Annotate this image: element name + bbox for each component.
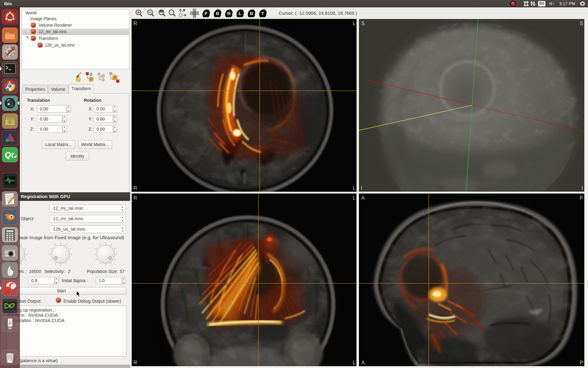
svg-text:S: S: [361, 21, 365, 26]
svg-text:B: B: [216, 11, 219, 16]
svg-text:L: L: [353, 195, 356, 201]
svg-text:L: L: [239, 11, 241, 16]
svg-text:R: R: [134, 195, 137, 201]
svg-text:R: R: [134, 21, 137, 26]
svg-text:F: F: [205, 11, 207, 16]
svg-text:I: I: [361, 186, 362, 191]
svg-text:Qt: Qt: [5, 150, 14, 159]
svg-text:R: R: [134, 360, 137, 365]
svg-text:S: S: [580, 21, 583, 26]
svg-text:L: L: [353, 186, 356, 191]
svg-text:L: L: [353, 21, 356, 26]
svg-text:A: A: [361, 195, 365, 201]
svg-text:I: I: [582, 186, 583, 191]
svg-text:R: R: [227, 11, 231, 16]
svg-text:B: B: [250, 11, 253, 16]
svg-text:A: A: [361, 360, 365, 365]
svg-text:T: T: [261, 11, 264, 16]
svg-text:R: R: [134, 186, 137, 191]
svg-text:L: L: [353, 360, 356, 365]
svg-text:P: P: [580, 360, 583, 365]
svg-text:P: P: [580, 195, 583, 201]
